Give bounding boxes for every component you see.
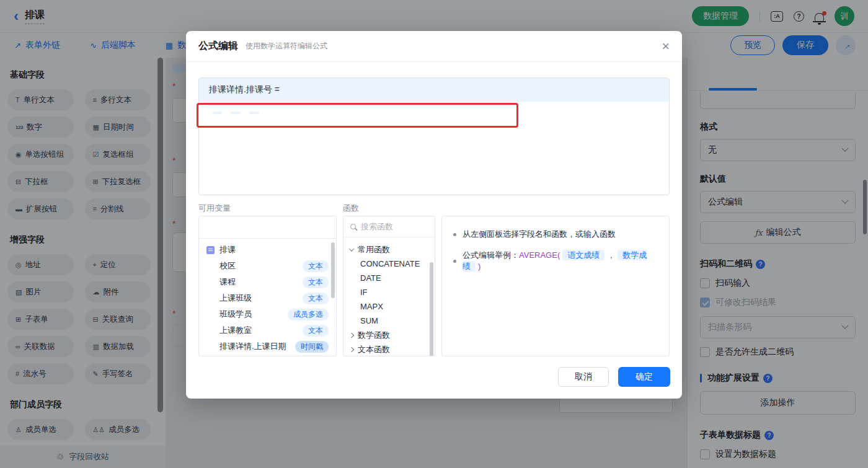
help-panel: 从左侧面板选择字段名和函数，或输入函数 公式编辑举例：AVERAGE(语文成绩，… [441,216,670,356]
variable-type-badge: 文本 [303,276,329,288]
variables-scrollbar[interactable] [331,242,335,298]
help-tip-2-text: 公式编辑举例：AVERAGE(语文成绩，数学成绩) [463,250,658,272]
function-label: SUM [360,316,378,325]
example-function: AVERAGE( [519,250,560,260]
function-search[interactable] [343,216,435,237]
example-arg-1: 语文成绩 [562,250,604,260]
variable-row[interactable]: 上课教室 文本 [199,322,336,338]
variable-root-label: 排课 [219,244,236,255]
variable-row[interactable]: 校区 文本 [199,258,336,274]
example-comma: ， [607,250,615,260]
function-label: IF [360,288,368,297]
function-label: 文本函数 [358,344,390,355]
formula-expression[interactable] [199,102,669,124]
function-row[interactable]: IF [343,285,435,299]
function-row[interactable]: 常用函数 [343,242,435,257]
variable-type-badge: 时间戳 [295,341,329,353]
variables-panel: 排课 校区 文本 课程 文本 上课班级 文本 班级学员 成员多选 上课教室 文本 [198,216,337,356]
modal-subtitle: 使用数学运算符编辑公式 [246,41,327,51]
formula-token[interactable] [249,112,259,114]
variables-label: 可用变量 [198,203,231,214]
variable-label: 上课教室 [219,325,252,336]
example-prefix: 公式编辑举例： [463,250,519,260]
function-label: 数学函数 [358,330,390,341]
variable-root-row[interactable]: 排课 [199,242,336,258]
function-row[interactable]: 数学函数 [343,328,435,342]
functions-panel: 常用函数 CONCATENATE DATE IF MAPX SUM [343,216,435,356]
form-doc-icon [206,246,215,254]
functions-list: 常用函数 CONCATENATE DATE IF MAPX SUM [343,237,435,356]
variable-label: 上课班级 [219,293,252,304]
formula-editor[interactable]: 排课详情.排课号 = [198,77,670,195]
search-icon [350,224,356,229]
cancel-button[interactable]: 取消 [558,367,609,387]
variable-label: 课程 [219,276,236,288]
function-label: MAPX [360,302,383,311]
tree-chevron-icon [349,246,354,251]
function-row[interactable]: CONCATENATE [343,257,435,271]
variables-tabs [199,216,336,239]
function-row[interactable]: DATE [343,271,435,285]
function-label: CONCATENATE [360,259,420,268]
close-icon[interactable]: × [662,40,670,53]
variable-row[interactable]: 课程 文本 [199,274,336,290]
variable-row[interactable]: 排课详情.时段 文本 [199,355,336,356]
variable-label: 排课详情.上课日期 [219,341,286,352]
bullet-icon [453,260,456,263]
function-row[interactable]: MAPX [343,299,435,314]
bullet-icon [453,233,456,236]
modal-header: 公式编辑 使用数学运算符编辑公式 × [186,31,682,62]
variable-type-badge: 文本 [303,260,329,272]
variable-type-badge: 文本 [303,293,329,304]
help-tip-2: 公式编辑举例：AVERAGE(语文成绩，数学成绩) [453,250,658,272]
tree-chevron-icon [349,347,354,351]
confirm-button[interactable]: 确定 [618,367,670,387]
functions-scrollbar[interactable] [430,262,433,356]
tree-chevron-icon [349,332,354,337]
function-row[interactable]: 文本函数 [343,342,435,356]
variable-label: 班级学员 [219,309,252,320]
function-label: 常用函数 [358,244,390,255]
help-tip-1-text: 从左侧面板选择字段名和函数，或输入函数 [463,229,616,240]
function-label: DATE [360,273,381,283]
variables-list: 排课 校区 文本 课程 文本 上课班级 文本 班级学员 成员多选 上课教室 文本 [199,239,336,356]
formula-edit-modal: 公式编辑 使用数学运算符编辑公式 × 排课详情.排课号 = 可用变量 函数 排课… [186,31,682,399]
variable-row[interactable]: 班级学员 成员多选 [199,306,336,322]
variable-row[interactable]: 排课详情.上课日期 时间戳 [199,338,336,355]
variable-type-badge: 成员多选 [288,309,329,320]
function-search-input[interactable] [361,222,428,231]
formula-token[interactable] [212,112,222,114]
variable-row[interactable]: 上课班级 文本 [199,290,336,306]
example-close-paren: ) [478,262,480,271]
function-row[interactable]: SUM [343,314,435,328]
formula-target: 排课详情.排课号 = [199,78,669,102]
functions-label: 函数 [343,203,359,214]
formula-token[interactable] [231,112,241,114]
variable-type-badge: 文本 [303,325,329,337]
modal-title: 公式编辑 [198,40,238,53]
variable-label: 校区 [219,260,236,272]
help-tip-1: 从左侧面板选择字段名和函数，或输入函数 [453,229,658,240]
